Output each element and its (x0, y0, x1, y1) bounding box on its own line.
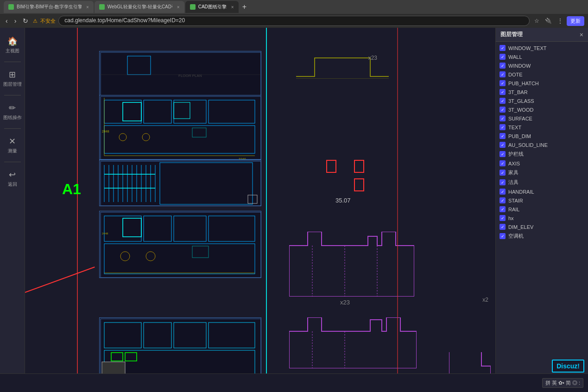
tab-1-close[interactable]: × (86, 5, 89, 10)
red-rect-2 (354, 160, 364, 173)
layer-checkbox-1[interactable]: ✓ (499, 54, 506, 60)
tab-1[interactable]: BIM引擎-BIM平台-数字孪生引擎... × (4, 1, 94, 13)
layer-checkbox-17[interactable]: ✓ (499, 197, 506, 203)
layer-item[interactable]: ✓ WINDOW (496, 61, 588, 70)
layer-checkbox-2[interactable]: ✓ (499, 63, 506, 69)
layer-name-11: AU_SOLID_LINE (508, 142, 548, 148)
layer-checkbox-15[interactable]: ✓ (499, 179, 506, 185)
tab-3-label: CAD图纸引擎 (198, 4, 227, 10)
layer-item[interactable]: ✓ AU_SOLID_LINE (496, 140, 588, 149)
sidebar-item-layers[interactable]: ⊞ 图层管理 (1, 66, 24, 91)
layer-item[interactable]: ✓ RAIL (496, 205, 588, 214)
sidebar-item-measure[interactable]: ✕ 测量 (1, 133, 24, 158)
svg-rect-6 (144, 100, 171, 123)
floor-plan-corridor-svg (100, 160, 261, 206)
layer-item[interactable]: ✓ SURFACE (496, 114, 588, 123)
layer-checkbox-14[interactable]: ✓ (499, 170, 506, 176)
layer-checkbox-4[interactable]: ✓ (499, 80, 506, 86)
tab-bar: BIM引擎-BIM平台-数字孪生引擎... × WebGL轻量化引擎-轻量化CA… (0, 0, 588, 14)
sidebar-item-back[interactable]: ↩ 返回 (1, 166, 24, 191)
cad-canvas[interactable]: FLOOR PLAN 2448 324 (25, 28, 495, 373)
update-button[interactable]: 更新 (567, 16, 584, 26)
layer-checkbox-10[interactable]: ✓ (499, 133, 506, 139)
svg-rect-18 (174, 102, 190, 119)
layer-item[interactable]: ✓ DIM_ELEV (496, 222, 588, 231)
layer-item[interactable]: ✓ WINDOW_TEXT (496, 44, 588, 52)
layer-item[interactable]: ✓ PUB_DIM (496, 132, 588, 140)
x2-right-label: x2 (482, 297, 488, 303)
red-vertical-line-left (77, 28, 78, 373)
discuz-badge[interactable]: Discuz! (552, 360, 584, 373)
layer-item[interactable]: ✓ PUB_HATCH (496, 79, 588, 88)
sidebar-item-home[interactable]: 🏠 主视图 (1, 32, 24, 58)
sidebar-item-operations[interactable]: ✏ 图纸操作 (1, 99, 24, 125)
layer-item[interactable]: ✓ 护栏线 (496, 149, 588, 159)
layer-checkbox-13[interactable]: ✓ (499, 160, 506, 166)
input-method-bar[interactable]: 拼 英 ✿• 简 ◎ : (542, 378, 583, 388)
tab-2[interactable]: WebGL轻量化引擎-轻量化CAD引... × (95, 1, 184, 13)
layer-item[interactable]: ✓ 洁具 (496, 177, 588, 187)
layer-name-6: 3T_GLASS (508, 98, 534, 104)
layer-checkbox-0[interactable]: ✓ (499, 45, 506, 51)
refresh-button[interactable]: ↻ (21, 16, 30, 25)
security-label: 不安全 (40, 18, 56, 25)
layer-name-2: WINDOW (508, 63, 531, 69)
layer-checkbox-9[interactable]: ✓ (499, 124, 506, 130)
svg-rect-49 (104, 322, 141, 348)
layer-checkbox-21[interactable]: ✓ (499, 233, 506, 239)
sidebar-divider-1 (4, 62, 21, 62)
layer-item[interactable]: ✓ STAIR (496, 196, 588, 205)
layer-name-14: 家具 (508, 169, 518, 176)
layer-item[interactable]: ✓ DOTE (496, 70, 588, 79)
layer-checkbox-3[interactable]: ✓ (499, 71, 506, 77)
layer-item[interactable]: ✓ 空调机 (496, 231, 588, 241)
layer-checkbox-12[interactable]: ✓ (499, 151, 506, 157)
layer-item[interactable]: ✓ 3T_WOOD (496, 105, 588, 114)
layer-item[interactable]: ✓ AXIS (496, 159, 588, 168)
layer-name-9: TEXT (508, 125, 521, 130)
layer-checkbox-5[interactable]: ✓ (499, 89, 506, 95)
layer-item[interactable]: ✓ TEXT (496, 123, 588, 132)
bookmark-button[interactable]: ☆ (532, 17, 541, 25)
layer-item[interactable]: ✓ WALL (496, 52, 588, 61)
tab-2-close[interactable]: × (177, 5, 180, 10)
floor-plan-bottom-svg: 1:100 A1 建筑平面图 (100, 318, 261, 373)
red-rect-1 (326, 160, 336, 173)
layer-panel-close-button[interactable]: × (580, 31, 583, 38)
status-bar: 拼 英 ✿• 简 ◎ : (0, 373, 588, 392)
tab-3-icon (190, 4, 196, 10)
home-icon: 🏠 (7, 36, 18, 46)
layer-name-13: AXIS (508, 161, 520, 166)
layer-checkbox-20[interactable]: ✓ (499, 224, 506, 230)
dim-35-label: 35.07 (335, 197, 351, 204)
layer-item[interactable]: ✓ 家具 (496, 168, 588, 177)
menu-button[interactable]: ⋮ (556, 17, 565, 25)
browser-chrome: BIM引擎-BIM平台-数字孪生引擎... × WebGL轻量化引擎-轻量化CA… (0, 0, 588, 28)
layer-checkbox-6[interactable]: ✓ (499, 98, 506, 104)
tab-3-close[interactable]: × (231, 5, 234, 10)
layer-checkbox-18[interactable]: ✓ (499, 206, 506, 212)
layer-item[interactable]: ✓ 3T_GLASS (496, 96, 588, 105)
layer-checkbox-19[interactable]: ✓ (499, 215, 506, 221)
url-bar[interactable]: cad.glendale.top/Home/CadShow?MileageID=… (58, 16, 530, 26)
layer-name-3: DOTE (508, 72, 523, 77)
tab-3[interactable]: CAD图纸引擎 × (185, 1, 239, 13)
forward-button[interactable]: › (13, 16, 19, 25)
layer-panel: 图层管理 × ✓ WINDOW_TEXT ✓ WALL ✓ WINDOW ✓ D… (495, 28, 588, 373)
new-tab-button[interactable]: + (240, 3, 249, 11)
layer-item[interactable]: ✓ hx (496, 214, 588, 222)
extension-button[interactable]: 🔌 (543, 17, 554, 25)
layer-checkbox-7[interactable]: ✓ (499, 107, 506, 113)
layer-panel-title: 图层管理 (500, 31, 523, 38)
layer-name-19: hx (508, 215, 514, 221)
layer-list[interactable]: ✓ WINDOW_TEXT ✓ WALL ✓ WINDOW ✓ DOTE ✓ P… (496, 42, 588, 373)
layer-item[interactable]: ✓ 3T_BAR (496, 88, 588, 96)
layer-checkbox-16[interactable]: ✓ (499, 189, 506, 195)
security-icon: ⚠ (33, 18, 38, 24)
sidebar-divider-3 (4, 128, 21, 129)
layer-item[interactable]: ✓ HANDRAIL (496, 187, 588, 196)
layer-checkbox-8[interactable]: ✓ (499, 115, 506, 121)
layer-checkbox-11[interactable]: ✓ (499, 142, 506, 148)
floor-plan-top-small-svg: FLOOR PLAN (100, 51, 261, 97)
back-button[interactable]: ‹ (4, 16, 10, 25)
